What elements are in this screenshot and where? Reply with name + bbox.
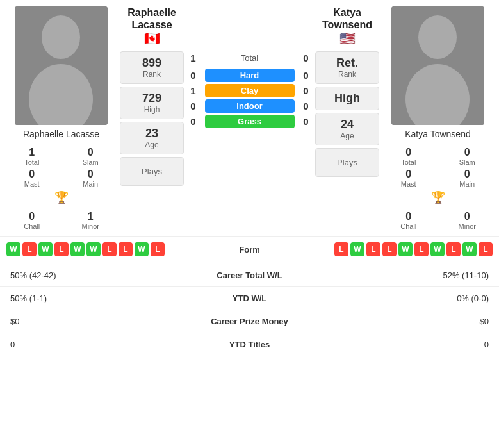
stats-right: 0% (0-0): [358, 287, 499, 310]
left-mast-cell: 0 Mast: [5, 169, 59, 188]
left-age-val: 23: [123, 127, 181, 140]
total-left-score: 1: [186, 53, 201, 63]
right-player-section: Katya Townsend 0 Total 0 Slam 0 Mast 0 M…: [382, 6, 494, 230]
right-slam-val: 0: [464, 147, 470, 158]
stats-left: 50% (1-1): [0, 287, 141, 310]
right-name-flag: Katya Townsend 🇺🇸: [315, 6, 379, 46]
stats-right: 0: [358, 333, 499, 356]
stats-left: 50% (42-42): [0, 264, 141, 287]
total-score-row: 1 Total 0: [186, 53, 314, 63]
left-age-lbl: Age: [123, 140, 181, 149]
right-rank-val: Ret.: [318, 56, 376, 70]
left-player-title: Raphaelle Lacasse: [120, 6, 184, 31]
right-total-cell: 0 Total: [382, 147, 436, 166]
stats-row: 50% (42-42)Career Total W/L52% (11-10): [0, 264, 499, 287]
stats-right: 52% (11-10): [358, 264, 499, 287]
form-badge: W: [398, 242, 413, 256]
left-slam-cell: 0 Slam: [64, 147, 118, 166]
right-rank-lbl: Rank: [318, 70, 376, 79]
stats-center: Career Total W/L: [141, 264, 358, 287]
left-minor-val: 1: [88, 211, 94, 222]
svg-point-4: [418, 15, 457, 59]
left-total-cell: 1 Total: [5, 147, 59, 166]
right-chall-val: 0: [405, 211, 411, 222]
left-flag: 🇨🇦: [144, 31, 160, 46]
left-player-stats: 1 Total 0 Slam 0 Mast 0 Main: [5, 147, 117, 188]
right-plays-lbl: Plays: [318, 158, 376, 167]
left-player-stats-2: 0 Chall 1 Minor: [5, 211, 117, 230]
right-slam-lbl: Slam: [459, 158, 475, 166]
left-trophy-icon: 🏆: [54, 190, 69, 204]
right-high-val: High: [318, 92, 376, 105]
left-mast-val: 0: [29, 169, 35, 180]
right-rank-box: Ret. Rank: [315, 51, 379, 84]
right-main-lbl: Main: [459, 180, 475, 188]
form-badge: W: [430, 242, 445, 256]
left-chall-cell: 0 Chall: [5, 211, 59, 230]
left-main-cell: 0 Main: [64, 169, 118, 188]
right-flag: 🇺🇸: [339, 31, 356, 46]
left-mast-lbl: Mast: [24, 180, 40, 188]
form-badge: L: [119, 242, 133, 256]
center-section: Raphaelle Lacasse 🇨🇦 899 Rank 729 High 2…: [117, 6, 382, 188]
left-high-box: 729 High: [120, 87, 184, 119]
hard-right-score: 0: [299, 70, 314, 81]
right-player-avatar: [391, 6, 484, 125]
indoor-badge: Indoor: [205, 99, 295, 113]
stats-row: $0Career Prize Money$0: [0, 310, 499, 333]
right-mast-val: 0: [405, 169, 411, 180]
grass-left-score: 0: [186, 116, 201, 127]
grass-score-row: 0 Grass 0: [186, 115, 314, 128]
stats-table: 50% (42-42)Career Total W/L52% (11-10)50…: [0, 264, 499, 356]
form-badge: L: [382, 242, 397, 256]
right-total-val: 0: [405, 147, 411, 158]
left-rank-val: 899: [123, 56, 181, 70]
right-slam-cell: 0 Slam: [441, 147, 495, 166]
left-form-badges: WLWLWWLLWL: [6, 242, 165, 256]
right-minor-val: 0: [464, 211, 470, 222]
left-total-lbl: Total: [24, 158, 39, 166]
indoor-right-score: 0: [299, 101, 314, 112]
left-minor-cell: 1 Minor: [64, 211, 118, 230]
form-badge: L: [479, 242, 493, 256]
right-main-val: 0: [464, 169, 470, 180]
stats-right: $0: [358, 310, 499, 333]
right-mast-cell: 0 Mast: [382, 169, 436, 188]
form-badge: L: [151, 242, 165, 256]
form-badge: L: [102, 242, 117, 256]
form-badge: L: [414, 242, 429, 256]
right-plays-box: Plays: [315, 148, 379, 177]
form-badge: W: [350, 242, 364, 256]
left-name-flag: Raphaelle Lacasse 🇨🇦: [120, 6, 184, 46]
right-total-lbl: Total: [401, 158, 416, 166]
stats-center: YTD W/L: [141, 287, 358, 310]
center-scores: 1 Total 0 0 Hard 0 1 Clay 0 0: [186, 6, 314, 130]
right-trophy-row: 🏆: [431, 190, 445, 204]
form-row: WLWLWWLLWL Form LWLLWLWLWL: [6, 242, 493, 256]
left-slam-lbl: Slam: [83, 158, 99, 166]
stats-row: 50% (1-1)YTD W/L0% (0-0): [0, 287, 499, 310]
right-form-badges: LWLLWLWLWL: [334, 242, 493, 256]
right-chall-lbl: Chall: [400, 222, 416, 230]
right-high-box: High: [315, 87, 379, 110]
clay-right-score: 0: [299, 85, 314, 96]
grass-right-score: 0: [299, 116, 314, 127]
right-player-stats-2: 0 Chall 0 Minor: [382, 211, 494, 230]
form-badge: L: [22, 242, 37, 256]
clay-badge: Clay: [205, 84, 295, 97]
form-badge: L: [54, 242, 69, 256]
stats-center: YTD Titles: [141, 333, 358, 356]
form-badge: L: [334, 242, 348, 256]
form-badge: L: [366, 242, 380, 256]
hard-left-score: 0: [186, 70, 201, 81]
left-plays-box: Plays: [120, 157, 184, 186]
right-mast-lbl: Mast: [401, 180, 416, 188]
stats-center: Career Prize Money: [141, 310, 358, 333]
form-section: WLWLWWLLWL Form LWLLWLWLWL: [0, 236, 499, 261]
right-player-title: Katya Townsend: [315, 6, 379, 31]
main-content: Raphaelle Lacasse 1 Total 0 Slam 0 Mast …: [0, 0, 499, 233]
total-label: Total: [205, 53, 295, 63]
indoor-left-score: 0: [186, 101, 201, 112]
right-player-name: Katya Townsend: [405, 129, 470, 139]
right-main-cell: 0 Main: [441, 169, 495, 188]
